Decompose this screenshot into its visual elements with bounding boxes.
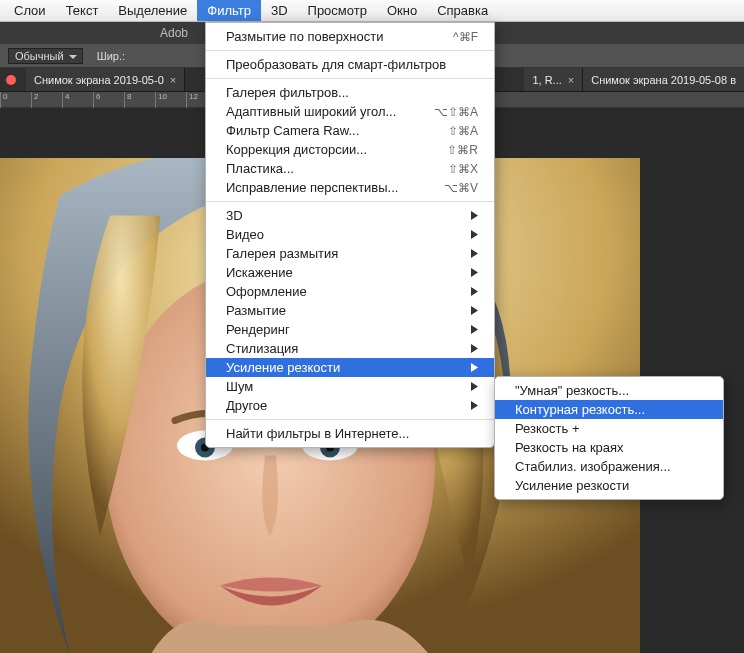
menu-item-label: Шум — [226, 379, 253, 394]
menu-item[interactable]: Шум — [206, 377, 494, 396]
menu-item[interactable]: Найти фильтры в Интернете... — [206, 424, 494, 443]
submenu-item[interactable]: Контурная резкость... — [495, 400, 723, 419]
menu-item[interactable]: Адаптивный широкий угол...⌥⇧⌘A — [206, 102, 494, 121]
menu-separator — [206, 201, 494, 202]
submenu-item-label: Резкость + — [515, 421, 580, 436]
submenu-arrow-icon — [471, 306, 478, 315]
menu-item-label: Исправление перспективы... — [226, 180, 398, 195]
submenu-item-label: Резкость на краях — [515, 440, 624, 455]
width-label: Шир.: — [97, 50, 125, 62]
menu-item[interactable]: Другое — [206, 396, 494, 415]
menu-item-label: Размытие — [226, 303, 286, 318]
menubar-item-слои[interactable]: Слои — [4, 0, 56, 21]
menu-item[interactable]: 3D — [206, 206, 494, 225]
menubar-item-выделение[interactable]: Выделение — [108, 0, 197, 21]
menubar-item-справка[interactable]: Справка — [427, 0, 498, 21]
menu-shortcut: ⇧⌘A — [448, 124, 478, 138]
menu-item[interactable]: Усиление резкости — [206, 358, 494, 377]
menu-item[interactable]: Размытие — [206, 301, 494, 320]
menu-item[interactable]: Преобразовать для смарт-фильтров — [206, 55, 494, 74]
menu-item-label: Усиление резкости — [226, 360, 340, 375]
menu-item-label: Галерея размытия — [226, 246, 338, 261]
menu-item[interactable]: Оформление — [206, 282, 494, 301]
filter-menu: Размытие по поверхности^⌘FПреобразовать … — [205, 22, 495, 448]
ruler-tick: 12 — [186, 92, 198, 108]
submenu-arrow-icon — [471, 211, 478, 220]
menu-item-label: Другое — [226, 398, 267, 413]
menu-item-label: Пластика... — [226, 161, 294, 176]
menu-item-label: Оформление — [226, 284, 307, 299]
menu-item-label: Рендеринг — [226, 322, 290, 337]
menu-item[interactable]: Исправление перспективы...⌥⌘V — [206, 178, 494, 197]
submenu-item[interactable]: Резкость на краях — [495, 438, 723, 457]
menu-item[interactable]: Видео — [206, 225, 494, 244]
blend-mode-select[interactable]: Обычный — [8, 48, 83, 64]
submenu-arrow-icon — [471, 249, 478, 258]
menu-item[interactable]: Пластика...⇧⌘X — [206, 159, 494, 178]
submenu-arrow-icon — [471, 344, 478, 353]
submenu-item-label: Контурная резкость... — [515, 402, 645, 417]
submenu-arrow-icon — [471, 363, 478, 372]
menu-item[interactable]: Галерея фильтров... — [206, 83, 494, 102]
ruler-tick: 6 — [93, 92, 100, 108]
close-icon[interactable]: × — [170, 74, 176, 86]
submenu-item[interactable]: Стабилиз. изображения... — [495, 457, 723, 476]
ruler-tick: 2 — [31, 92, 38, 108]
close-icon[interactable]: × — [568, 74, 574, 86]
menu-item[interactable]: Галерея размытия — [206, 244, 494, 263]
menu-item-label: Галерея фильтров... — [226, 85, 349, 100]
menubar-item-текст[interactable]: Текст — [56, 0, 109, 21]
submenu-arrow-icon — [471, 401, 478, 410]
ruler-tick: 10 — [155, 92, 167, 108]
menu-item-label: 3D — [226, 208, 243, 223]
menu-item[interactable]: Рендеринг — [206, 320, 494, 339]
menu-item-label: Видео — [226, 227, 264, 242]
submenu-arrow-icon — [471, 230, 478, 239]
ruler-tick: 0 — [0, 92, 7, 108]
menu-item-label: Искажение — [226, 265, 293, 280]
submenu-arrow-icon — [471, 287, 478, 296]
submenu-item-label: Стабилиз. изображения... — [515, 459, 671, 474]
submenu-arrow-icon — [471, 325, 478, 334]
submenu-item[interactable]: "Умная" резкость... — [495, 381, 723, 400]
menu-item-label: Найти фильтры в Интернете... — [226, 426, 409, 441]
submenu-arrow-icon — [471, 382, 478, 391]
menu-separator — [206, 50, 494, 51]
menubar-item-окно[interactable]: Окно — [377, 0, 427, 21]
sharpen-submenu: "Умная" резкость...Контурная резкость...… — [494, 376, 724, 500]
submenu-item[interactable]: Резкость + — [495, 419, 723, 438]
menu-item[interactable]: Коррекция дисторсии...⇧⌘R — [206, 140, 494, 159]
menu-item[interactable]: Фильтр Camera Raw...⇧⌘A — [206, 121, 494, 140]
menu-shortcut: ⇧⌘X — [448, 162, 478, 176]
document-tab[interactable]: Снимок экрана 2019-05-08 в — [583, 68, 744, 91]
menu-item-label: Коррекция дисторсии... — [226, 142, 367, 157]
menu-shortcut: ^⌘F — [453, 30, 478, 44]
menubar-item-фильтр[interactable]: Фильтр — [197, 0, 261, 21]
menu-separator — [206, 419, 494, 420]
tab-label: 1, R... — [532, 74, 561, 86]
document-tab[interactable]: Снимок экрана 2019-05-0 × — [26, 68, 185, 91]
menu-shortcut: ⌥⇧⌘A — [434, 105, 478, 119]
menu-item[interactable]: Стилизация — [206, 339, 494, 358]
menu-item-label: Преобразовать для смарт-фильтров — [226, 57, 446, 72]
menu-shortcut: ⇧⌘R — [447, 143, 478, 157]
submenu-item[interactable]: Усиление резкости — [495, 476, 723, 495]
submenu-arrow-icon — [471, 268, 478, 277]
menu-item[interactable]: Размытие по поверхности^⌘F — [206, 27, 494, 46]
menu-item-label: Стилизация — [226, 341, 298, 356]
app-title: Adob — [160, 26, 188, 40]
ruler-tick: 4 — [62, 92, 69, 108]
menubar-item-3d[interactable]: 3D — [261, 0, 298, 21]
document-tab[interactable]: 1, R... × — [524, 68, 583, 91]
menubar-item-просмотр[interactable]: Просмотр — [298, 0, 377, 21]
submenu-item-label: Усиление резкости — [515, 478, 629, 493]
ruler-tick: 8 — [124, 92, 131, 108]
menu-separator — [206, 78, 494, 79]
menu-item[interactable]: Искажение — [206, 263, 494, 282]
tab-label: Снимок экрана 2019-05-0 — [34, 74, 164, 86]
menu-item-label: Размытие по поверхности — [226, 29, 383, 44]
submenu-item-label: "Умная" резкость... — [515, 383, 629, 398]
window-close-dot[interactable] — [6, 75, 16, 85]
tab-label: Снимок экрана 2019-05-08 в — [591, 74, 736, 86]
menubar: СлоиТекстВыделениеФильтр3DПросмотрОкноСп… — [0, 0, 744, 22]
